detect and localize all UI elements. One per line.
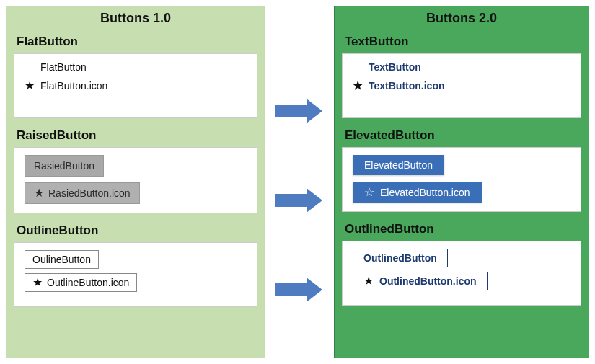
star-icon: ★ [34,187,44,199]
raisedbutton-panel: RasiedButton ★ RasiedButton.icon [14,147,257,213]
raisedbutton-icon-label: RasiedButton.icon [48,187,131,199]
arrows-column [265,6,334,358]
outlinedbutton-icon-label: OutlinedButton.icon [379,275,477,287]
outlinebutton-icon-label: OutlineButton.icon [47,277,129,288]
outlinedbutton-plain[interactable]: OutlinedButton [353,249,448,267]
outlinebutton-section: OutlineButton OulineButton ★ OutlineButt… [6,221,265,314]
buttons-1-column: Buttons 1.0 FlatButton FlatButton ★ Flat… [6,6,265,358]
star-icon: ☆ [364,187,374,198]
textbutton-icon[interactable]: ★ TextButton.icon [353,80,570,92]
textbutton-title: TextButton [342,32,581,53]
elevatedbutton-icon[interactable]: ☆ ElevatedButton.icon [353,182,482,203]
outlinedbutton-panel: OutlinedButton ★ OutlinedButton.icon [342,241,581,306]
elevatedbutton-icon-label: ElevatedButton.icon [380,187,470,198]
elevatedbutton-section: ElevatedButton ElevatedButton ☆ Elevated… [335,125,589,219]
elevatedbutton-plain-label: ElevatedButton [364,159,433,171]
arrow-icon [275,99,325,123]
star-icon: ★ [353,80,363,92]
raisedbutton-plain-label: RasiedButton [34,160,94,172]
buttons-2-column: Buttons 2.0 TextButton TextButton ★ Text… [334,6,589,358]
flatbutton-panel: FlatButton ★ FlatButton.icon [14,53,257,118]
textbutton-icon-label: TextButton.icon [369,80,445,92]
star-icon: ★ [25,80,35,92]
outlinebutton-panel: OulineButton ★ OutlineButton.icon [14,242,257,307]
outlinedbutton-plain-label: OutlinedButton [363,252,437,264]
flatbutton-title: FlatButton [14,32,257,53]
raisedbutton-icon[interactable]: ★ RasiedButton.icon [25,182,140,204]
flatbutton-icon[interactable]: ★ FlatButton.icon [25,80,247,92]
flatbutton-plain[interactable]: FlatButton [25,61,247,73]
flatbutton-icon-label: FlatButton.icon [40,80,107,92]
left-title: Buttons 1.0 [6,6,265,32]
right-title: Buttons 2.0 [335,6,589,32]
arrow-icon [275,188,325,213]
outlinebutton-plain[interactable]: OulineButton [25,250,99,269]
textbutton-section: TextButton TextButton ★ TextButton.icon [335,32,589,125]
star-icon: ★ [363,275,374,287]
outlinebutton-icon[interactable]: ★ OutlineButton.icon [25,273,137,292]
elevatedbutton-plain[interactable]: ElevatedButton [353,155,444,175]
textbutton-panel: TextButton ★ TextButton.icon [342,53,581,118]
outlinedbutton-icon[interactable]: ★ OutlinedButton.icon [353,272,488,290]
raisedbutton-plain[interactable]: RasiedButton [25,155,104,177]
elevatedbutton-panel: ElevatedButton ☆ ElevatedButton.icon [342,147,581,212]
elevatedbutton-title: ElevatedButton [342,125,581,147]
comparison-container: Buttons 1.0 FlatButton FlatButton ★ Flat… [6,6,589,358]
outlinebutton-plain-label: OulineButton [32,254,91,265]
outlinebutton-title: OutlineButton [14,221,257,242]
raisedbutton-title: RaisedButton [14,125,257,147]
outlinedbutton-section: OutlinedButton OutlinedButton ★ Outlined… [335,219,589,313]
raisedbutton-section: RaisedButton RasiedButton ★ RasiedButton… [6,125,265,221]
star-icon: ★ [32,277,43,288]
flatbutton-section: FlatButton FlatButton ★ FlatButton.icon [6,32,265,125]
outlinedbutton-title: OutlinedButton [342,219,581,241]
arrow-icon [275,278,325,302]
textbutton-plain[interactable]: TextButton [353,61,570,73]
